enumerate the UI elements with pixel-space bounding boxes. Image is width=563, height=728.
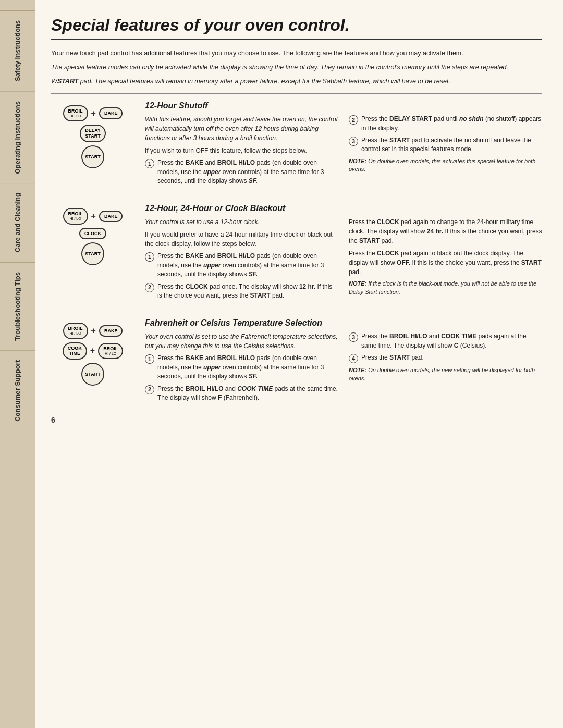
step-num-3-2: 2 [145, 385, 154, 394]
step-2-1: 1 Press the BAKE and BROIL HI/LO pads (o… [145, 252, 338, 279]
step-text-2-1: Press the BAKE and BROIL HI/LO pads (on … [157, 252, 338, 279]
section2-diagram: BROILHI / LO + BAKE CLOCK START [51, 204, 134, 303]
section1-content: 12-Hour Shutoff With this feature, shoul… [145, 101, 542, 189]
step-num-3-4: 4 [349, 354, 358, 363]
section3-col-right: 3 Press the BROIL HI/LO and COOK TIME pa… [349, 332, 542, 405]
plus-icon-4: + [90, 346, 95, 355]
plus-icon-1: + [91, 109, 96, 118]
sidebar: Safety Instructions Operating Instructio… [0, 0, 35, 728]
section2-intro: Your control is set to use a 12-hour clo… [145, 217, 338, 227]
step-num-1-3: 3 [349, 137, 358, 146]
btn-bake-3: BAKE [99, 325, 123, 337]
btn-bake: BAKE [99, 107, 123, 119]
step-3-3: 3 Press the BROIL HI/LO and COOK TIME pa… [349, 332, 542, 350]
step-num-1-1: 1 [145, 159, 154, 168]
section3-col-left: Your oven control is set to use the Fahr… [145, 332, 338, 405]
step-text-2-2: Press the CLOCK pad once. The display wi… [157, 282, 338, 301]
section2-right-1: Press the CLOCK pad again to change to t… [349, 217, 542, 245]
sidebar-item-safety[interactable]: Safety Instructions [0, 10, 35, 91]
section2-body: If you would prefer to have a 24-hour mi… [145, 230, 338, 249]
btn-delay-start: DELAYSTART [80, 125, 106, 142]
section1-title: 12-Hour Shutoff [145, 101, 542, 110]
btn-row-start3: START [81, 363, 104, 386]
sidebar-item-operating[interactable]: Operating Instructions [0, 91, 35, 183]
btn-cook-time: COOKTIME [63, 342, 87, 360]
step-num-3-3: 3 [349, 332, 358, 342]
btn-row-delay: DELAYSTART [80, 125, 106, 142]
step-3-4: 4 Press the START pad. [349, 353, 542, 363]
sidebar-item-consumer[interactable]: Consumer Support [0, 350, 35, 431]
step-num-2-1: 1 [145, 252, 154, 262]
section3-content: Fahrenheit or Celsius Temperature Select… [145, 318, 542, 405]
section3-note: NOTE: On double oven models, the new set… [349, 366, 542, 382]
section1-intro: With this feature, should you forget and… [145, 115, 338, 143]
section2-columns: Your control is set to use a 12-hour clo… [145, 217, 542, 303]
intro-p1: Your new touch pad control has additiona… [51, 48, 542, 58]
btn-start-1: START [81, 145, 104, 168]
step-text-3-3: Press the BROIL HI/LO and COOK TIME pads… [361, 332, 542, 350]
step-text-1-1: Press the BAKE and BROIL HI/LO pads (on … [157, 158, 338, 186]
btn-row-broil-bake: BROILHI / LO + BAKE [63, 105, 123, 121]
btn-broil-3: BROILHI / LO [63, 323, 88, 339]
step-3-1: 1 Press the BAKE and BROIL HI/LO pads (o… [145, 354, 338, 381]
step-text-1-2: Press the DELAY START pad until no shdn … [361, 115, 542, 133]
plus-icon-3: + [91, 326, 96, 336]
btn-row-clock: CLOCK [79, 228, 106, 240]
section-clock: BROILHI / LO + BAKE CLOCK START 12-Hour,… [51, 196, 542, 303]
section1-turnoff: If you wish to turn OFF this feature, fo… [145, 146, 338, 155]
main-content: Special features of your oven control. Y… [35, 0, 563, 728]
section2-title: 12-Hour, 24-Hour or Clock Blackout [145, 204, 542, 213]
btn-bake-2: BAKE [99, 211, 123, 223]
section2-note: NOTE: If the clock is in the black-out m… [349, 280, 542, 296]
btn-row-start2: START [81, 242, 104, 265]
sidebar-item-troubleshooting[interactable]: Troubleshooting Tips [0, 262, 35, 350]
section2-col-right: Press the CLOCK pad again to change to t… [349, 217, 542, 303]
intro-section: Your new touch pad control has additiona… [51, 48, 542, 86]
section1-diagram: BROILHI / LO + BAKE DELAYSTART START [51, 101, 134, 189]
section3-columns: Your oven control is set to use the Fahr… [145, 332, 542, 405]
step-num-1-2: 2 [349, 115, 358, 125]
intro-p3: WSTART pad. The special features will re… [51, 77, 542, 87]
section2-col-left: Your control is set to use a 12-hour clo… [145, 217, 338, 303]
btn-row-start1: START [81, 145, 104, 168]
plus-icon-2: + [91, 212, 96, 221]
page-title: Special features of your oven control. [51, 16, 542, 40]
step-num-3-1: 1 [145, 354, 154, 364]
step-1-3: 3 Press the START pad to activate the no… [349, 136, 542, 154]
section-12hour-shutoff: BROILHI / LO + BAKE DELAYSTART START 12-… [51, 93, 542, 189]
step-text-3-1: Press the BAKE and BROIL HI/LO pads (on … [157, 354, 338, 381]
section-fahrenheit: BROILHI / LO + BAKE COOKTIME + BROILHI /… [51, 311, 542, 405]
btn-broil-lo: BROILHI / LO [98, 343, 123, 359]
btn-start-2: START [81, 242, 104, 265]
section3-title: Fahrenheit or Celsius Temperature Select… [145, 318, 542, 328]
step-text-3-2: Press the BROIL HI/LO and COOK TIME pads… [157, 385, 338, 403]
btn-broil: BROILHI / LO [63, 105, 88, 121]
btn-clock: CLOCK [79, 228, 106, 240]
sidebar-item-care[interactable]: Care and Cleaning [0, 183, 35, 262]
step-3-2: 2 Press the BROIL HI/LO and COOK TIME pa… [145, 385, 338, 403]
section1-note: NOTE: On double oven models, this activa… [349, 157, 542, 174]
btn-start-3: START [81, 363, 104, 386]
step-1-2: 2 Press the DELAY START pad until no shd… [349, 115, 542, 133]
section1-col-right: 2 Press the DELAY START pad until no shd… [349, 115, 542, 189]
section3-intro: Your oven control is set to use the Fahr… [145, 332, 338, 351]
section2-right-2: Press the CLOCK pad again to black out t… [349, 249, 542, 277]
step-text-3-4: Press the START pad. [361, 353, 424, 362]
intro-p2: The special feature modes can only be ac… [51, 63, 542, 72]
btn-broil-2: BROILHI / LO [63, 208, 88, 224]
section2-content: 12-Hour, 24-Hour or Clock Blackout Your … [145, 204, 542, 303]
step-2-2: 2 Press the CLOCK pad once. The display … [145, 282, 338, 301]
page-number: 6 [51, 416, 542, 424]
step-num-2-2: 2 [145, 283, 154, 292]
diagram-shutoff: BROILHI / LO + BAKE DELAYSTART START [63, 105, 123, 168]
section3-diagram: BROILHI / LO + BAKE COOKTIME + BROILHI /… [51, 318, 134, 405]
section1-col-left: With this feature, should you forget and… [145, 115, 338, 189]
step-1-1: 1 Press the BAKE and BROIL HI/LO pads (o… [145, 158, 338, 186]
step-text-1-3: Press the START pad to activate the no s… [361, 136, 542, 154]
btn-row-broil-bake2: BROILHI / LO + BAKE [63, 208, 123, 224]
btn-row-broil-bake3: BROILHI / LO + BAKE [63, 323, 123, 339]
diagram-clock: BROILHI / LO + BAKE CLOCK START [63, 208, 123, 265]
section1-columns: With this feature, should you forget and… [145, 115, 542, 189]
btn-row-cook-broil: COOKTIME + BROILHI / LO [63, 342, 123, 360]
diagram-fahrenheit: BROILHI / LO + BAKE COOKTIME + BROILHI /… [63, 323, 123, 386]
